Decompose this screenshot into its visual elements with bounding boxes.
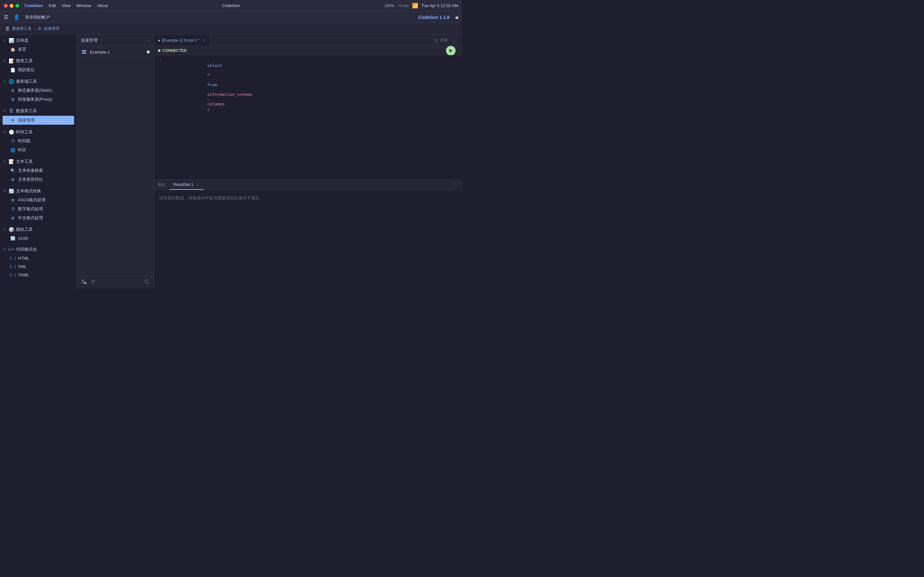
sidebar-group-server[interactable]: ▼ 🌐 服务端工具 bbox=[0, 77, 77, 86]
sidebar-group-label-random: 随机工具 bbox=[16, 227, 33, 232]
battery-status: 100% bbox=[384, 3, 395, 8]
sidebar-item-text-search[interactable]: 🔍 文本快速检索 bbox=[0, 166, 77, 175]
sidebar-item-conn-mgr[interactable]: ⟳ 连接管理 bbox=[3, 116, 74, 125]
menu-codegen[interactable]: CodeGen bbox=[24, 3, 43, 8]
sidebar-item-label-notes: 我的笔记 bbox=[18, 67, 35, 73]
collapse-icon[interactable]: ◀ bbox=[455, 15, 458, 20]
chevron-time: ▼ bbox=[3, 130, 6, 134]
breadcrumb-db-icon: 🗄 bbox=[5, 26, 10, 31]
search-area[interactable]: 搜索 bbox=[434, 37, 448, 43]
sidebar-item-time-war[interactable]: ⏱ 时间戳 bbox=[0, 137, 77, 145]
sidebar-item-html[interactable]: [·] HTML bbox=[0, 254, 77, 262]
minimize-button[interactable] bbox=[10, 4, 13, 8]
sidebar-item-home[interactable]: 🏠 首页 bbox=[0, 45, 77, 54]
connected-label: CONNECTED bbox=[162, 48, 187, 53]
result-tab-overview-label: 概览 bbox=[158, 182, 166, 187]
menu-about[interactable]: About bbox=[97, 3, 108, 8]
text-search-icon: 🔍 bbox=[10, 168, 15, 173]
sql-editor-area[interactable]: 1 select * from information_schema . bbox=[154, 55, 462, 179]
sidebar-group-random[interactable]: ▼ 🎲 随机工具 bbox=[0, 225, 77, 234]
sidebar-item-yaml[interactable]: [·] YAML bbox=[0, 271, 77, 279]
sidebar-item-timezone[interactable]: 🌐 时区 bbox=[0, 145, 77, 155]
menu-edit[interactable]: Edit bbox=[49, 3, 56, 8]
search-label: 搜索 bbox=[440, 37, 448, 43]
chevron-codegen: ▼ bbox=[3, 247, 6, 251]
editor-menu-icon[interactable]: ⋮ bbox=[451, 37, 458, 43]
sidebar-group-dashboard[interactable]: ▼ 📊 仪表盘 bbox=[0, 36, 77, 45]
svg-rect-4 bbox=[81, 282, 85, 282]
connected-badge: CONNECTED bbox=[158, 48, 187, 53]
result-menu-icon[interactable]: ⋮ bbox=[451, 182, 458, 188]
sidebar-item-notes[interactable]: 📄 我的笔记 bbox=[0, 65, 77, 74]
svg-rect-0 bbox=[82, 50, 86, 51]
sidebar-group-database[interactable]: ▼ 🗄 数据库工具 bbox=[0, 106, 77, 115]
sql-line-1: 1 select * from information_schema . bbox=[154, 58, 462, 117]
run-query-button[interactable] bbox=[446, 46, 456, 55]
result-tab-close[interactable]: ✕ bbox=[195, 182, 200, 187]
sidebar-item-ascii-format[interactable]: ⚙ ASCII格式处理 bbox=[0, 195, 77, 205]
result-tab-bar: 概览 ResultSet-1 ✕ ⋮ bbox=[154, 180, 462, 190]
breadcrumb-db-tools[interactable]: 数据库工具 bbox=[12, 26, 31, 31]
conn-item-example1[interactable]: Example-1 bbox=[77, 46, 153, 58]
close-button[interactable] bbox=[4, 4, 8, 8]
sidebar-group-text-format[interactable]: ▼ 🔄 文本格式转换 bbox=[0, 187, 77, 195]
menu-view[interactable]: View bbox=[61, 3, 71, 8]
conn-panel-footer bbox=[77, 276, 153, 288]
chevron-text: ▼ bbox=[3, 160, 6, 163]
sidebar-group-label-text-format: 文本格式转换 bbox=[16, 188, 41, 194]
notes-icon: 📄 bbox=[10, 67, 15, 73]
refresh-conn-icon[interactable] bbox=[144, 279, 150, 286]
conn-panel-header: 连接管理 − bbox=[77, 35, 153, 46]
conn-mgr-icon: ⟳ bbox=[10, 118, 15, 123]
svg-rect-2 bbox=[82, 53, 86, 54]
traffic-lights bbox=[4, 4, 19, 8]
sidebar-group-label-notepad: 随笔工具 bbox=[16, 58, 33, 64]
sidebar-group-text[interactable]: ▼ 📝 文本工具 bbox=[0, 157, 77, 166]
wifi-icon: 📶 bbox=[412, 3, 418, 9]
main-layout: ▼ 📊 仪表盘 🏠 首页 ▼ 📝 随笔工具 📄 我的笔记 bbox=[0, 35, 462, 288]
menu-window[interactable]: Window bbox=[76, 3, 91, 8]
sidebar-item-proxy-server[interactable]: ⚙ 转发服务器(Proxy) bbox=[0, 95, 77, 104]
tab-close-script1[interactable]: ✕ bbox=[202, 38, 206, 43]
sidebar-item-cn-format[interactable]: ⚙ 中文格式处理 bbox=[0, 213, 77, 222]
result-tab-resultset1[interactable]: ResultSet-1 ✕ bbox=[170, 180, 204, 190]
sidebar-group-time[interactable]: ▼ 🕐 时间工具 bbox=[0, 127, 77, 137]
user-login-label[interactable]: 登录我的帐户 bbox=[25, 15, 50, 20]
sort-conn-icon[interactable] bbox=[90, 279, 96, 286]
time-icon: 🕐 bbox=[8, 129, 14, 135]
tab-script1[interactable]: ● [Example-1] Script-1 * ✕ bbox=[154, 35, 210, 46]
text-diff-icon: ⚙ bbox=[10, 177, 15, 182]
database-icon: 🗄 bbox=[8, 108, 14, 114]
maximize-button[interactable] bbox=[15, 4, 19, 8]
sidebar-item-label-html: HTML bbox=[18, 256, 29, 261]
sidebar-group-notepad[interactable]: ▼ 📝 随笔工具 bbox=[0, 56, 77, 65]
sidebar-item-text-diff[interactable]: ⚙ 文本差异对比 bbox=[0, 175, 77, 184]
breadcrumb-conn-mgr[interactable]: 连接管理 bbox=[44, 26, 59, 31]
sidebar-item-label-ascii-format: ASCII格式处理 bbox=[18, 197, 45, 203]
breadcrumb-conn-icon: ⟳ bbox=[38, 26, 41, 31]
breadcrumb-separator: › bbox=[34, 27, 35, 31]
sidebar-item-label-static-server: 静态服务器(Static) bbox=[18, 87, 52, 93]
user-icon[interactable]: 👤 bbox=[13, 14, 20, 20]
add-conn-icon[interactable] bbox=[81, 279, 87, 286]
sidebar-item-label-time-war: 时间戳 bbox=[18, 138, 31, 144]
sidebar-group-label-codegen: 代码格式化 bbox=[16, 247, 37, 252]
line-content-1: select * from information_schema . colum… bbox=[167, 58, 252, 116]
time-war-icon: ⏱ bbox=[10, 139, 15, 143]
sidebar-item-num-format[interactable]: ⏱ 数字格式处理 bbox=[0, 205, 77, 213]
yaml-icon: [·] bbox=[10, 272, 15, 277]
cn-format-icon: ⚙ bbox=[10, 215, 15, 221]
collapse-panel-icon[interactable]: − bbox=[147, 38, 150, 43]
tab-script1-label: [Example-1] Script-1 * bbox=[162, 38, 200, 43]
sidebar-item-static-server[interactable]: ⚙ 静态服务器(Static) bbox=[0, 86, 77, 95]
sidebar-group-label-server: 服务端工具 bbox=[16, 79, 37, 84]
sql-editor-panel: ● [Example-1] Script-1 * ✕ 搜索 ⋮ bbox=[154, 35, 462, 288]
result-tab-resultset1-label: ResultSet-1 bbox=[173, 182, 194, 187]
sidebar-item-xml[interactable]: [·] XML bbox=[0, 262, 77, 271]
sidebar-item-uuid[interactable]: 🔄 UUID bbox=[0, 234, 77, 242]
sidebar-group-codegen[interactable]: ▼ </> 代码格式化 bbox=[0, 245, 77, 254]
sidebar-toggle-icon[interactable]: ☰ bbox=[4, 14, 8, 20]
sidebar-section-random: ▼ 🎲 随机工具 🔄 UUID bbox=[0, 224, 77, 243]
result-tab-overview[interactable]: 概览 bbox=[154, 180, 170, 190]
chevron-random: ▼ bbox=[3, 227, 6, 231]
